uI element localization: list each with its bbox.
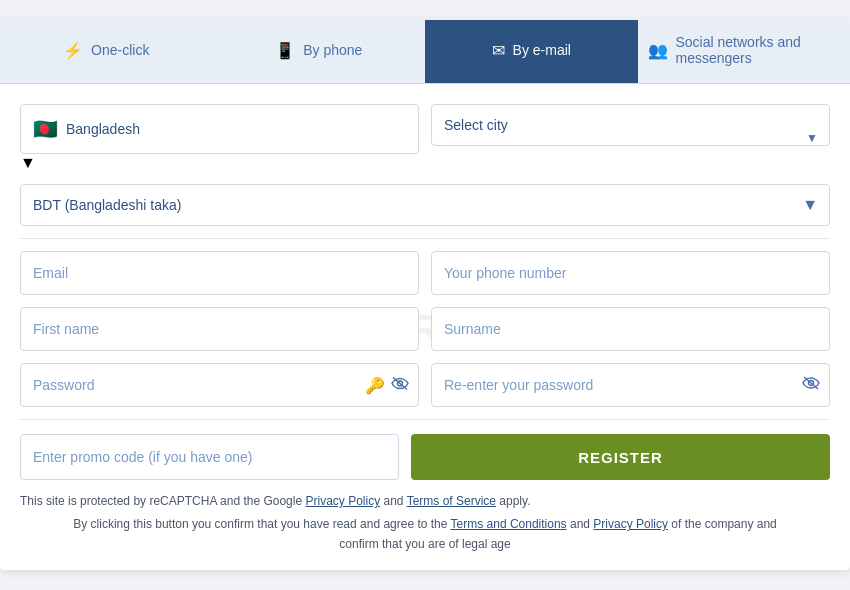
register-button[interactable]: REGISTER xyxy=(411,434,830,480)
country-name: Bangladesh xyxy=(66,121,140,137)
tab-by-phone-label: By phone xyxy=(303,42,362,58)
reenter-password-input[interactable] xyxy=(431,363,830,407)
password-icons: 🔑 xyxy=(365,376,409,395)
legal-line1: This site is protected by reCAPTCHA and … xyxy=(20,492,830,511)
terms-of-service-link[interactable]: Terms of Service xyxy=(407,494,496,508)
tab-bar: ⚡ One-click 📱 By phone ✉ By e-mail 👥 Soc… xyxy=(0,20,850,84)
divider-1 xyxy=(20,238,830,239)
password-field-wrapper: 🔑 xyxy=(20,363,419,407)
reenter-password-field-wrapper xyxy=(431,363,830,407)
currency-row: BDT (Bangladeshi taka) ▼ xyxy=(20,184,830,226)
privacy-policy2-link[interactable]: Privacy Policy xyxy=(593,517,668,531)
email-input[interactable] xyxy=(20,251,419,295)
key-icon[interactable]: 🔑 xyxy=(365,376,385,395)
promo-input[interactable] xyxy=(20,434,399,480)
tab-by-phone[interactable]: 📱 By phone xyxy=(213,20,426,83)
tab-one-click[interactable]: ⚡ One-click xyxy=(0,20,213,83)
email-icon: ✉ xyxy=(492,41,505,60)
phone-icon: 📱 xyxy=(275,41,295,60)
firstname-field-wrapper xyxy=(20,307,419,351)
password-row: 🔑 xyxy=(20,363,830,407)
currency-select[interactable]: BDT (Bangladeshi taka) xyxy=(20,184,830,226)
tab-one-click-label: One-click xyxy=(91,42,149,58)
currency-wrapper[interactable]: BDT (Bangladeshi taka) ▼ xyxy=(20,184,830,226)
country-city-row: 🇧🇩 Bangladesh ▼ Select city ▼ xyxy=(20,104,830,172)
tab-social-label: Social networks and messengers xyxy=(676,34,841,66)
reenter-eye-slash-icon[interactable] xyxy=(802,376,820,394)
divider-2 xyxy=(20,419,830,420)
promo-input-wrapper xyxy=(20,434,399,480)
firstname-input[interactable] xyxy=(20,307,419,351)
password-input[interactable] xyxy=(20,363,419,407)
privacy-policy-link[interactable]: Privacy Policy xyxy=(305,494,380,508)
legal-line2: By clicking this button you confirm that… xyxy=(20,515,830,553)
surname-input[interactable] xyxy=(431,307,830,351)
phone-input[interactable] xyxy=(431,251,830,295)
city-select[interactable]: Select city xyxy=(431,104,830,146)
country-display[interactable]: 🇧🇩 Bangladesh xyxy=(20,104,419,154)
country-chevron-icon: ▼ xyxy=(20,154,36,171)
surname-field-wrapper xyxy=(431,307,830,351)
promo-register-row: REGISTER xyxy=(20,434,830,480)
phone-field-wrapper xyxy=(431,251,830,295)
city-select-wrapper[interactable]: Select city ▼ xyxy=(431,104,830,172)
eye-slash-icon[interactable] xyxy=(391,376,409,394)
country-select-wrapper[interactable]: 🇧🇩 Bangladesh ▼ xyxy=(20,104,419,172)
legal-text: This site is protected by reCAPTCHA and … xyxy=(20,492,830,554)
email-field-wrapper xyxy=(20,251,419,295)
tab-social[interactable]: 👥 Social networks and messengers xyxy=(638,20,851,83)
social-icon: 👥 xyxy=(648,41,668,60)
lightning-icon: ⚡ xyxy=(63,41,83,60)
form-body: N⊙STRABET 🇧🇩 Bangladesh ▼ Select city ▼ xyxy=(20,104,830,554)
reenter-password-icons xyxy=(802,376,820,394)
legal-line3: confirm that you are of legal age xyxy=(339,537,510,551)
email-phone-row xyxy=(20,251,830,295)
terms-conditions-link[interactable]: Terms and Conditions xyxy=(451,517,567,531)
tab-by-email[interactable]: ✉ By e-mail xyxy=(425,20,638,83)
country-flag: 🇧🇩 xyxy=(33,117,58,141)
name-row xyxy=(20,307,830,351)
tab-by-email-label: By e-mail xyxy=(513,42,571,58)
form-area: N⊙STRABET 🇧🇩 Bangladesh ▼ Select city ▼ xyxy=(0,84,850,570)
